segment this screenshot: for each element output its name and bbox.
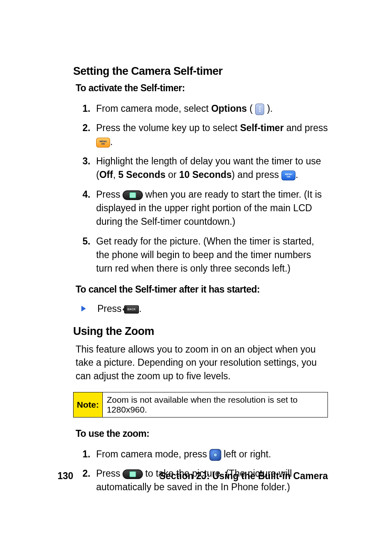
step-text: . [110, 136, 113, 147]
menu-ok-icon: MENUOK [96, 138, 110, 148]
step-bold: 5 Seconds [118, 169, 166, 180]
page-footer: 130 Section 2J: Using the Built-in Camer… [0, 471, 392, 482]
heading-zoom: Using the Zoom [73, 325, 328, 338]
list-item: 1. From camera mode, select Options ( ). [73, 102, 328, 115]
document-page: Setting the Camera Self-timer To activat… [0, 0, 392, 549]
step-bold: Off [99, 169, 113, 180]
step-text: ) and press [232, 169, 281, 180]
subhead-use-zoom: To use the zoom: [76, 428, 328, 439]
step-number: 1. [83, 449, 90, 459]
step-number: 3. [83, 156, 90, 166]
step-text: . [139, 303, 141, 314]
step-text: Press [97, 303, 124, 314]
note-box: Note: Zoom is not available when the res… [73, 392, 328, 418]
list-item: 2. Press the volume key up to select Sel… [73, 121, 328, 149]
step-bold: Self-timer [240, 122, 284, 133]
step-text: and press [284, 122, 327, 133]
step-text: Press the volume key up to select [96, 122, 240, 133]
step-text: From camera mode, press [96, 449, 210, 459]
list-item: Press BACK. [73, 303, 328, 314]
zoom-description: This feature allows you to zoom in on an… [76, 343, 328, 383]
list-item: 5. Get ready for the picture. (When the … [73, 235, 328, 276]
step-text: or [166, 169, 179, 180]
nav-key-icon [210, 449, 221, 461]
note-text: Zoom is not available when the resolutio… [103, 392, 327, 417]
list-self-timer-steps: 1. From camera mode, select Options ( ).… [73, 102, 328, 276]
page-number: 130 [58, 471, 73, 482]
step-text: left or right. [221, 449, 271, 459]
menu-ok-icon: MENUOK [281, 171, 295, 180]
note-label: Note: [74, 392, 103, 417]
step-text: From camera mode, select [96, 103, 211, 114]
step-text: , [113, 169, 118, 180]
step-text: ). [264, 103, 272, 114]
subhead-activate: To activate the Self-timer: [76, 83, 328, 94]
step-number: 1. [83, 103, 90, 114]
list-item: 1. From camera mode, press left or right… [73, 448, 328, 461]
step-text: Press [96, 189, 123, 200]
list-cancel: Press BACK. [73, 303, 328, 314]
step-number: 2. [83, 122, 90, 133]
options-icon [255, 104, 264, 115]
triangle-bullet-icon [81, 306, 86, 311]
list-item: 4. Press when you are ready to start the… [73, 188, 328, 229]
back-button-icon: BACK [124, 305, 139, 314]
step-text: Get ready for the picture. (When the tim… [96, 236, 314, 274]
step-text: ( [247, 103, 255, 114]
step-number: 5. [83, 236, 90, 247]
list-item: 3. Highlight the length of delay you wan… [73, 155, 328, 182]
section-label: Section 2J: Using the Built-in Camera [159, 471, 328, 482]
heading-self-timer: Setting the Camera Self-timer [73, 65, 328, 78]
step-text: . [295, 169, 298, 180]
step-bold: 10 Seconds [179, 169, 232, 180]
shutter-button-icon [123, 191, 143, 200]
subhead-cancel: To cancel the Self-timer after it has st… [76, 284, 328, 295]
step-bold: Options [211, 103, 247, 114]
step-number: 4. [83, 189, 90, 200]
